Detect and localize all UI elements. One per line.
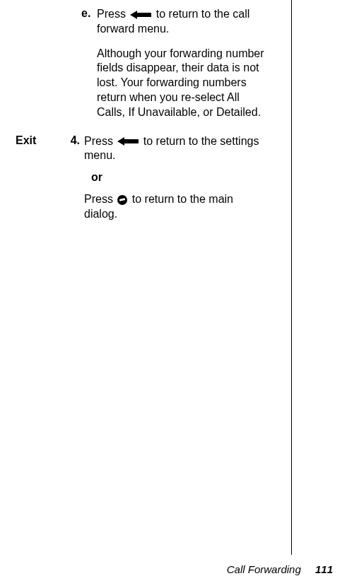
page-content: e. Press to return to the call forward m… [0, 0, 364, 222]
exit-section: Exit 4. Press to return to the settings … [0, 134, 364, 222]
exit-body: Press to return to the settings menu. or… [84, 134, 264, 222]
back-key-icon [130, 11, 151, 19]
press-text: Press [84, 193, 113, 205]
side-label-exit: Exit [0, 134, 69, 222]
or-text: or [91, 170, 264, 185]
step-e-note: Although your forwarding number fields d… [97, 47, 265, 120]
step-e: e. Press to return to the call forward m… [81, 7, 265, 120]
press-text: Press [84, 135, 113, 147]
step-number: 4. [69, 134, 84, 222]
footer-section: Call Forwarding [227, 563, 301, 575]
step-letter: e. [81, 7, 97, 37]
step-e-body: Press to return to the call forward menu… [97, 7, 265, 37]
right-border-line [291, 0, 292, 555]
page-footer: Call Forwarding 111 [227, 563, 333, 575]
end-key-icon [117, 195, 127, 205]
footer-page-number: 111 [315, 563, 333, 575]
back-key-icon [117, 137, 139, 146]
press-text: Press [97, 8, 126, 20]
